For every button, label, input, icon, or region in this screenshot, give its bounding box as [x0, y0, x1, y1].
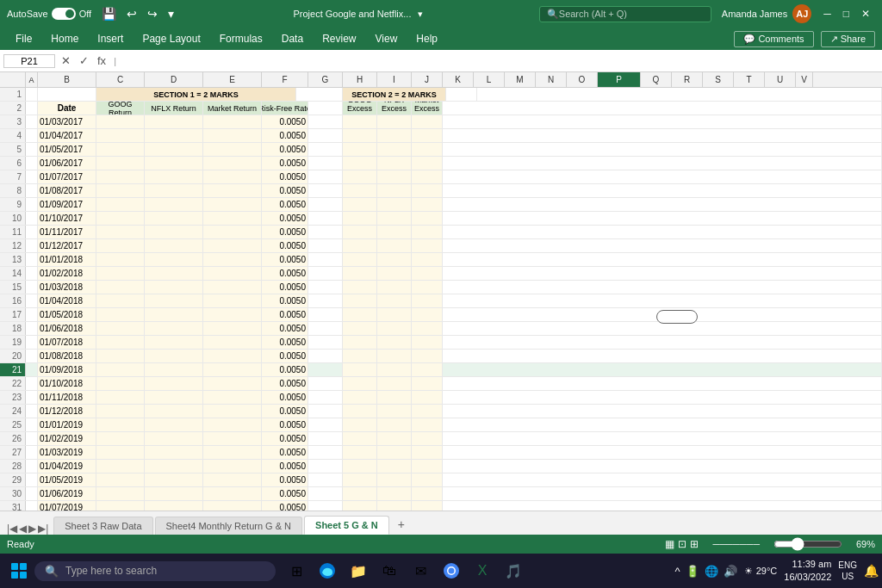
cell-d21[interactable] [145, 363, 203, 376]
cell-e5[interactable] [203, 143, 262, 156]
menu-page-layout[interactable]: Page Layout [134, 30, 208, 47]
cell-d17[interactable] [145, 308, 203, 321]
col-header-U[interactable]: U [765, 72, 796, 87]
cell-e15[interactable] [203, 281, 262, 294]
col-header-S[interactable]: S [703, 72, 734, 87]
cell-c6[interactable] [96, 157, 145, 170]
cell-j18[interactable] [412, 322, 443, 335]
cell-i20[interactable] [377, 350, 412, 362]
col-header-F[interactable]: F [262, 72, 308, 87]
cell-c26[interactable] [96, 432, 145, 445]
cell-h9[interactable] [343, 198, 377, 211]
formula-confirm[interactable]: ✓ [77, 54, 91, 67]
cell-e20[interactable] [203, 350, 262, 362]
cell-i2[interactable]: NFLXExcessReturn* [377, 102, 412, 115]
cell-d23[interactable] [145, 391, 203, 404]
cell-f25[interactable]: 0.0050 [262, 418, 308, 431]
cell-e16[interactable] [203, 294, 262, 307]
cell-j31[interactable] [412, 501, 443, 511]
cell-j14[interactable] [412, 267, 443, 280]
cell-b3[interactable]: 01/03/2017 [38, 115, 96, 128]
cell-i8[interactable] [377, 184, 412, 197]
cell-a11[interactable] [26, 226, 38, 238]
cell-i9[interactable] [377, 198, 412, 211]
cell-h23[interactable] [343, 391, 377, 404]
cell-c1[interactable]: SECTION 1 = 2 MARKS [96, 88, 296, 101]
autosave-toggle[interactable] [52, 8, 76, 20]
cell-f30[interactable]: 0.0050 [262, 487, 308, 500]
search-box[interactable]: 🔍 Search (Alt + Q) [539, 6, 711, 22]
cell-h13[interactable] [343, 253, 377, 266]
cell-d24[interactable] [145, 405, 203, 418]
cell-b12[interactable]: 01/12/2017 [38, 239, 96, 252]
task-view-btn[interactable]: ⊞ [283, 557, 310, 585]
cell-g20[interactable] [308, 350, 343, 362]
cell-b24[interactable]: 01/12/2018 [38, 405, 96, 418]
cell-i19[interactable] [377, 336, 412, 349]
cell-b21[interactable]: 01/09/2018 [38, 363, 96, 376]
cell-d11[interactable] [145, 226, 203, 238]
more-button[interactable]: ▾ [165, 5, 177, 22]
cell-a17[interactable] [26, 308, 38, 321]
cell-g26[interactable] [308, 432, 343, 445]
cell-a9[interactable] [26, 198, 38, 211]
col-header-N[interactable]: N [536, 72, 567, 87]
cell-h8[interactable] [343, 184, 377, 197]
cell-e10[interactable] [203, 212, 262, 225]
cell-c21[interactable] [96, 363, 145, 376]
cell-b31[interactable]: 01/07/2019 [38, 501, 96, 511]
taskbar-chrome[interactable] [438, 557, 465, 585]
zoom-slider[interactable] [773, 537, 842, 551]
cell-a29[interactable] [26, 473, 38, 486]
cell-a19[interactable] [26, 336, 38, 349]
col-header-C[interactable]: C [96, 72, 145, 87]
cell-e23[interactable] [203, 391, 262, 404]
cell-a12[interactable] [26, 239, 38, 252]
cell-j17[interactable] [412, 308, 443, 321]
cell-g1[interactable]: SECTION 2 = 2 MARKS [343, 88, 446, 101]
cell-i26[interactable] [377, 432, 412, 445]
col-header-O[interactable]: O [567, 72, 598, 87]
cell-d19[interactable] [145, 336, 203, 349]
cell-f29[interactable]: 0.0050 [262, 473, 308, 486]
cell-a24[interactable] [26, 405, 38, 418]
cell-i6[interactable] [377, 157, 412, 170]
cell-b22[interactable]: 01/10/2018 [38, 377, 96, 390]
col-header-M[interactable]: M [505, 72, 536, 87]
cell-d16[interactable] [145, 294, 203, 307]
cell-a8[interactable] [26, 184, 38, 197]
cell-j15[interactable] [412, 281, 443, 294]
cell-c16[interactable] [96, 294, 145, 307]
menu-help[interactable]: Help [407, 30, 446, 47]
cell-f10[interactable]: 0.0050 [262, 212, 308, 225]
cell-j22[interactable] [412, 377, 443, 390]
maximize-button[interactable]: □ [838, 3, 854, 24]
cell-e4[interactable] [203, 129, 262, 142]
cell-b19[interactable]: 01/07/2018 [38, 336, 96, 349]
tab-prev[interactable]: ◀ [19, 523, 27, 535]
cell-f28[interactable]: 0.0050 [262, 460, 308, 473]
cell-f20[interactable]: 0.0050 [262, 350, 308, 362]
cell-c24[interactable] [96, 405, 145, 418]
cell-h21[interactable] [343, 363, 377, 376]
cell-f14[interactable]: 0.0050 [262, 267, 308, 280]
chevron-icon[interactable]: ^ [675, 565, 680, 578]
menu-home[interactable]: Home [42, 30, 87, 47]
cell-h16[interactable] [343, 294, 377, 307]
col-header-P[interactable]: P [598, 72, 641, 87]
cell-j4[interactable] [412, 129, 443, 142]
cell-b23[interactable]: 01/11/2018 [38, 391, 96, 404]
start-button[interactable] [3, 555, 34, 586]
cell-i16[interactable] [377, 294, 412, 307]
cell-a7[interactable] [26, 170, 38, 183]
cell-b26[interactable]: 01/02/2019 [38, 432, 96, 445]
cell-g19[interactable] [308, 336, 343, 349]
cell-f4[interactable]: 0.0050 [262, 129, 308, 142]
tab-sheet4[interactable]: Sheet4 Monthly Return G & N [155, 517, 303, 535]
cell-j16[interactable] [412, 294, 443, 307]
col-header-H[interactable]: H [343, 72, 377, 87]
cell-h31[interactable] [343, 501, 377, 511]
cell-f7[interactable]: 0.0050 [262, 170, 308, 183]
cell-i22[interactable] [377, 377, 412, 390]
cell-h3[interactable] [343, 115, 377, 128]
